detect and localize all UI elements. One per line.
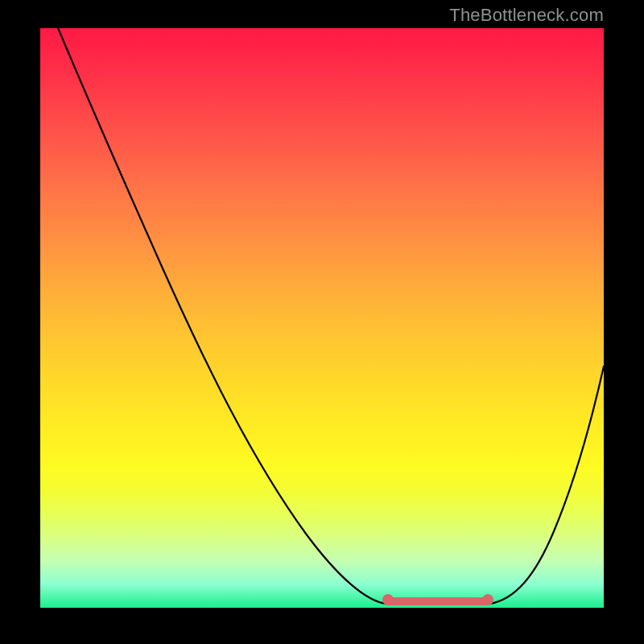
chart-frame: TheBottleneck.com (0, 0, 644, 644)
watermark-label: TheBottleneck.com (449, 5, 604, 26)
bottleneck-curve-plot (40, 28, 604, 608)
optimal-range-start-dot (382, 594, 394, 605)
curve-right-branch (489, 366, 604, 604)
curve-svg (40, 28, 604, 608)
curve-left-branch (56, 24, 386, 604)
optimal-range-end-dot (482, 594, 493, 605)
